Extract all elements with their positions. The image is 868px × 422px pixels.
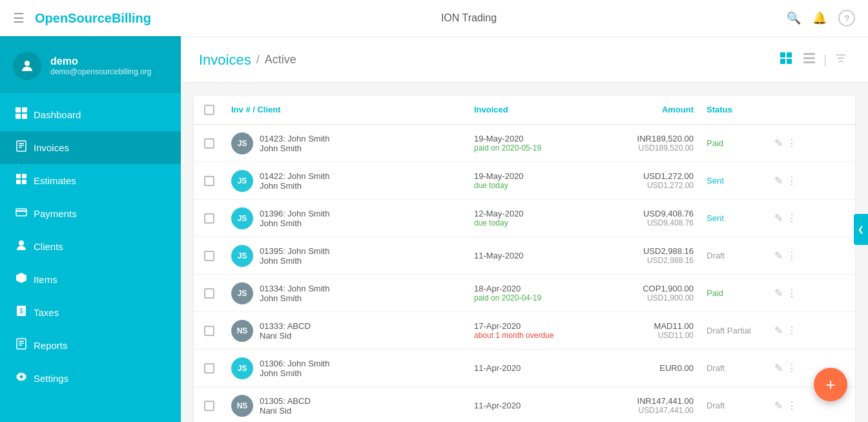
amount-main: COP1,900.00 [603, 284, 694, 293]
row-checkbox-cell [194, 358, 225, 379]
content-area: ❮ Invoices / Active | [181, 36, 868, 422]
edit-icon[interactable]: ✎ [774, 212, 783, 224]
row-checkbox[interactable] [204, 363, 214, 374]
edit-icon[interactable]: ✎ [774, 174, 783, 187]
amount-cell: USD1,272.00 USD1,272.00 [597, 166, 700, 195]
menu-icon[interactable]: ☰ [13, 10, 25, 26]
right-panel-toggle[interactable]: ❮ [854, 214, 868, 245]
invoice-number[interactable]: 01334: John Smith [260, 284, 329, 293]
row-checkbox[interactable] [204, 288, 214, 299]
edit-icon[interactable]: ✎ [774, 362, 783, 374]
more-icon[interactable]: ⋮ [787, 249, 797, 262]
client-name: Nani Sid [260, 406, 311, 416]
edit-icon[interactable]: ✎ [774, 137, 783, 149]
more-icon[interactable]: ⋮ [787, 287, 797, 299]
client-cell: JS 01422: John Smith John Smith [225, 165, 468, 197]
more-icon[interactable]: ⋮ [787, 362, 797, 374]
svg-rect-19 [17, 339, 26, 349]
invoice-number[interactable]: 01395: John Smith [260, 246, 329, 256]
status-cell: Draft ✎ ⋮ [700, 244, 803, 267]
col-invoiced: Invoiced [468, 96, 597, 124]
sidebar-item-invoices[interactable]: Invoices [0, 131, 181, 164]
breadcrumb-sub: Active [265, 53, 296, 67]
col-status: Status [700, 96, 803, 124]
amount-cell: COP1,900.00 USD1,900.00 [597, 279, 700, 308]
status-cell: Draft Partial ✎ ⋮ [700, 319, 803, 342]
invoice-number[interactable]: 01396: John Smith [260, 209, 329, 218]
date-cell: 17-Apr-2020 about 1 month overdue [468, 316, 597, 345]
amount-main: USD2,988.16 [603, 246, 694, 256]
row-checkbox[interactable] [204, 401, 214, 411]
amount-sub: USD1,272.00 [603, 181, 694, 190]
edit-icon[interactable]: ✎ [774, 287, 783, 299]
table-row: JS 01395: John Smith John Smith 11-May-2… [194, 237, 855, 275]
more-icon[interactable]: ⋮ [787, 324, 797, 337]
invoice-date: 11-Apr-2020 [474, 363, 590, 373]
invoice-date: 19-May-2020 [474, 171, 590, 181]
date-cell: 18-Apr-2020 paid on 2020-04-19 [468, 279, 597, 308]
client-cell: NS 01305: ABCD Nani Sid [225, 390, 468, 422]
more-icon[interactable]: ⋮ [787, 399, 797, 412]
client-info: 01422: John Smith John Smith [260, 171, 329, 191]
search-icon[interactable]: 🔍 [787, 11, 801, 25]
edit-icon[interactable]: ✎ [774, 249, 783, 262]
more-icon[interactable]: ⋮ [787, 174, 797, 187]
invoice-number[interactable]: 01333: ABCD [260, 321, 311, 331]
brand-logo: OpenSourceBilling [35, 11, 151, 26]
table-row: NS 01305: ABCD Nani Sid 11-Apr-2020 INR1… [194, 387, 855, 422]
row-checkbox[interactable] [204, 326, 214, 336]
row-checkbox[interactable] [204, 138, 214, 149]
more-icon[interactable]: ⋮ [787, 137, 797, 149]
client-info: 01306: John Smith John Smith [260, 359, 329, 378]
sidebar-item-estimates[interactable]: Estimates [0, 164, 181, 197]
amount-sub: USD147,441.00 [603, 406, 694, 415]
header-title: ION Trading [151, 12, 787, 24]
sidebar-item-taxes[interactable]: $ Taxes [0, 296, 181, 329]
status-badge: Draft [707, 363, 725, 373]
edit-icon[interactable]: ✎ [774, 324, 783, 337]
sidebar-item-items[interactable]: Items [0, 263, 181, 296]
sidebar-item-reports[interactable]: Reports [0, 329, 181, 362]
date-cell: 11-Apr-2020 [468, 358, 597, 378]
row-checkbox-cell [194, 321, 225, 341]
grid-view-button[interactable] [777, 49, 795, 70]
invoice-number[interactable]: 01422: John Smith [260, 171, 329, 181]
sidebar-item-settings[interactable]: Settings [0, 362, 181, 395]
svg-rect-11 [16, 180, 21, 184]
invoice-number[interactable]: 01306: John Smith [260, 359, 329, 368]
avatar: NS [231, 395, 253, 417]
invoice-number[interactable]: 01305: ABCD [260, 396, 311, 406]
date-cell: 11-Apr-2020 [468, 396, 597, 416]
status-badge: Draft [707, 401, 725, 410]
settings-icon [16, 371, 34, 386]
sidebar-item-clients[interactable]: Clients [0, 230, 181, 263]
bell-icon[interactable]: 🔔 [812, 11, 827, 25]
add-invoice-fab[interactable]: + [814, 368, 847, 401]
row-checkbox[interactable] [204, 213, 214, 224]
more-icon[interactable]: ⋮ [787, 212, 797, 224]
row-actions: ✎ ⋮ [774, 212, 797, 224]
select-all-checkbox[interactable] [204, 105, 214, 115]
edit-icon[interactable]: ✎ [774, 399, 783, 412]
svg-point-15 [19, 240, 24, 246]
breadcrumb-main: Invoices [199, 52, 251, 69]
list-view-button[interactable] [800, 49, 818, 70]
empty-cell [803, 251, 855, 261]
svg-text:$: $ [19, 308, 23, 315]
status-badge: Draft Partial [707, 326, 751, 335]
sidebar-item-payments[interactable]: Payments [0, 197, 181, 230]
payments-icon [16, 206, 34, 221]
invoices-icon [16, 140, 34, 155]
row-checkbox[interactable] [204, 176, 214, 186]
brand-bold: Billing [112, 11, 151, 25]
invoice-number[interactable]: 01423: John Smith [260, 134, 329, 143]
row-checkbox-cell [194, 171, 225, 191]
profile-email: demo@opensourcebilling.org [50, 67, 151, 76]
filter-button[interactable] [832, 49, 850, 70]
row-checkbox[interactable] [204, 251, 214, 261]
help-icon[interactable]: ? [838, 10, 855, 26]
svg-rect-3 [16, 114, 21, 119]
brand-light: OpenSource [35, 11, 112, 25]
amount-sub: USD2,988.16 [603, 256, 694, 265]
sidebar-item-dashboard[interactable]: Dashboard [0, 98, 181, 131]
